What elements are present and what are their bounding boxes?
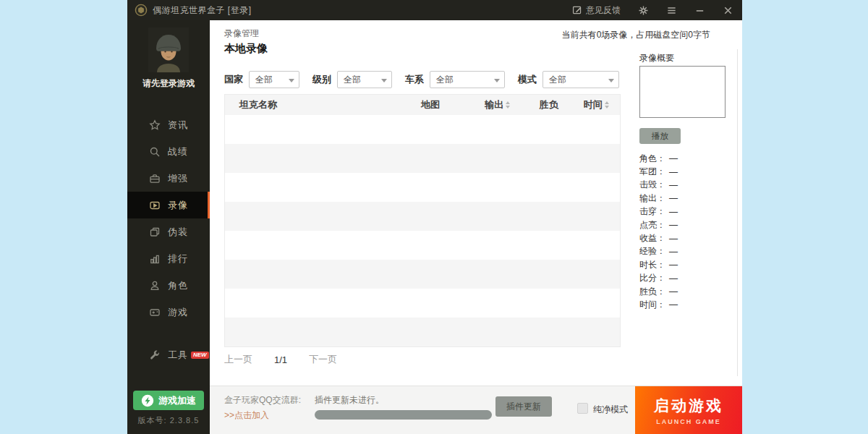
stat-label: 军团： (639, 166, 665, 178)
launch-game-button[interactable]: 启动游戏 LAUNCH GAME (635, 386, 742, 434)
storage-info: 当前共有0场录像，占用磁盘空间0字节 (562, 29, 710, 41)
stat-value: — (669, 153, 678, 163)
close-button[interactable] (723, 5, 733, 16)
sort-toggle-icon[interactable] (605, 101, 609, 109)
sidebar-nav: 资讯 战绩 增强 录像 (127, 111, 210, 326)
stat-clan: 军团：— (639, 165, 738, 178)
search-icon (149, 146, 161, 158)
filter-mode: 模式 全部 (518, 71, 619, 88)
table-row (225, 173, 620, 202)
desktop-background: 偶游坦克世界盒子 [登录] 意见反馈 (0, 0, 868, 434)
sidebar-item-rankings[interactable]: 排行 (127, 245, 210, 272)
boost-label: 游戏加速 (158, 394, 196, 407)
pure-mode-label: 纯净模式 (593, 404, 628, 416)
sidebar-item-label: 增强 (168, 172, 188, 185)
layers-icon (149, 226, 161, 238)
table-row (225, 260, 620, 289)
main-content: 录像管理 本地录像 当前共有0场录像，占用磁盘空间0字节 国家 全部 级别 全部 (210, 20, 742, 386)
sidebar-item-label: 角色 (168, 279, 188, 292)
sort-toggle-icon[interactable] (506, 101, 510, 109)
country-select[interactable]: 全部 (249, 71, 299, 88)
column-label: 坦克名称 (239, 98, 277, 111)
stat-experience: 经验：— (639, 245, 738, 258)
qq-group-label: 盒子玩家QQ交流群: (224, 394, 301, 407)
settings-gear-icon[interactable] (638, 5, 649, 16)
plugin-progress-bar (315, 410, 492, 420)
feedback-label: 意见反馈 (586, 4, 621, 17)
game-boost-button[interactable]: 游戏加速 (133, 391, 204, 410)
launch-subtitle: LAUNCH GAME (656, 418, 721, 425)
stat-value: — (669, 273, 678, 284)
briefcase-icon (149, 173, 161, 184)
titlebar-controls: 意见反馈 (572, 4, 733, 17)
app-window: 偶游坦克世界盒子 [登录] 意见反馈 (127, 0, 742, 434)
sidebar-item-character[interactable]: 角色 (127, 272, 210, 299)
chevron-down-icon (494, 79, 500, 82)
stat-duration: 时长：— (639, 258, 738, 271)
select-value: 全部 (255, 74, 273, 86)
stat-label: 经验： (639, 245, 665, 258)
feedback-button[interactable]: 意见反馈 (572, 4, 621, 17)
minimize-button[interactable] (694, 5, 705, 16)
replay-summary-panel: 录像概要 播放 角色：— 军团：— 击毁：— 输出：— 击穿：— 点亮：— 收益… (639, 52, 738, 64)
sidebar-item-enhance[interactable]: 增强 (127, 165, 210, 192)
stat-label: 时长： (639, 259, 665, 271)
stat-result: 胜负：— (639, 285, 738, 298)
qq-join-link[interactable]: >>点击加入 (224, 409, 269, 422)
plugin-update-button[interactable]: 插件更新 (495, 396, 552, 417)
star-icon (149, 119, 161, 131)
titlebar: 偶游坦克世界盒子 [登录] 意见反馈 (127, 0, 742, 20)
stat-spots: 点亮：— (639, 218, 738, 231)
stat-score: 比分：— (639, 272, 738, 285)
pure-mode-checkbox[interactable] (577, 403, 588, 414)
menu-icon[interactable] (666, 5, 677, 16)
stat-label: 输出： (639, 192, 665, 205)
table-row (225, 115, 620, 144)
launch-title: 启动游戏 (654, 396, 723, 416)
video-icon (149, 200, 161, 211)
stat-value: — (669, 167, 678, 177)
sidebar-item-label: 游戏 (168, 306, 188, 319)
mode-select[interactable]: 全部 (542, 71, 619, 88)
sidebar-item-tools[interactable]: 工具 NEW (127, 341, 210, 368)
table-row (225, 231, 620, 260)
sidebar-item-games[interactable]: 游戏 (127, 299, 210, 326)
edit-icon (572, 5, 582, 15)
stat-label: 收益： (639, 232, 665, 244)
sidebar-item-news[interactable]: 资讯 (127, 111, 210, 138)
summary-stats: 角色：— 军团：— 击毁：— 输出：— 击穿：— 点亮：— 收益：— 经验：— … (639, 152, 738, 312)
filter-label: 模式 (518, 73, 537, 86)
sidebar-item-camouflage[interactable]: 伪装 (127, 218, 210, 245)
stat-damage: 输出：— (639, 192, 738, 205)
filter-label: 车系 (405, 73, 424, 86)
stat-label: 胜负： (639, 286, 665, 298)
footer-bar: 盒子玩家QQ交流群: >>点击加入 插件更新未进行。 插件更新 纯净模式 启动游… (210, 386, 742, 434)
sidebar-item-label: 伪装 (168, 226, 188, 239)
stat-penetrations: 击穿：— (639, 205, 738, 218)
stat-label: 比分： (639, 272, 665, 284)
summary-title: 录像概要 (639, 52, 738, 64)
stat-label: 角色： (639, 153, 665, 165)
next-page-button[interactable]: 下一页 (309, 353, 337, 366)
chevron-down-icon (381, 79, 387, 82)
play-button[interactable]: 播放 (639, 128, 681, 144)
stat-label: 时间： (639, 299, 665, 311)
prev-page-button[interactable]: 上一页 (224, 353, 252, 366)
stat-kills: 击毁：— (639, 179, 738, 192)
stat-character: 角色：— (639, 152, 738, 165)
tier-select[interactable]: 全部 (337, 71, 392, 88)
filter-bar: 国家 全部 级别 全部 车系 全部 (224, 71, 632, 88)
column-label: 输出 (485, 98, 503, 111)
sidebar-item-battle-records[interactable]: 战绩 (127, 138, 210, 165)
login-hint: 请先登录游戏 (127, 77, 210, 90)
stat-value: — (669, 193, 678, 203)
replays-table: 坦克名称 地图 输出 胜负 时间 (224, 94, 621, 347)
table-header: 坦克名称 地图 输出 胜负 时间 (225, 95, 620, 115)
sidebar-item-replays[interactable]: 录像 (127, 192, 210, 218)
vehicle-class-select[interactable]: 全部 (430, 71, 505, 88)
table-body (225, 115, 620, 346)
table-row (225, 289, 620, 318)
person-icon (149, 280, 161, 292)
avatar[interactable] (148, 27, 189, 72)
stat-value: — (669, 247, 678, 257)
